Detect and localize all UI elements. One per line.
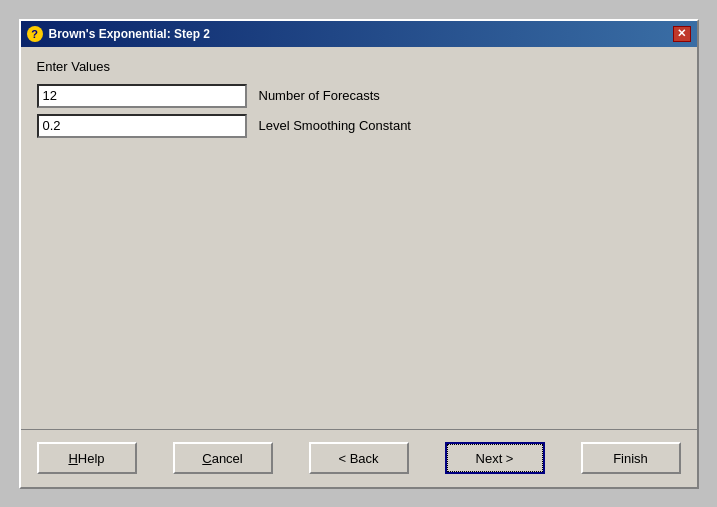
next-label: Next > xyxy=(476,451,514,466)
fields-area: Number of Forecasts Level Smoothing Cons… xyxy=(37,84,681,138)
button-bar: HHelp Cancel < Back Next > Finish xyxy=(21,429,697,487)
num-forecasts-label: Number of Forecasts xyxy=(259,88,380,103)
window-title: Brown's Exponential: Step 2 xyxy=(49,27,211,41)
level-smoothing-input[interactable] xyxy=(37,114,247,138)
window-icon: ? xyxy=(27,26,43,42)
next-button[interactable]: Next > xyxy=(445,442,545,474)
back-button[interactable]: < Back xyxy=(309,442,409,474)
finish-label: Finish xyxy=(613,451,648,466)
section-label: Enter Values xyxy=(37,59,681,74)
back-label: < Back xyxy=(338,451,378,466)
content-area: Enter Values Number of Forecasts Level S… xyxy=(21,47,697,429)
level-smoothing-label: Level Smoothing Constant xyxy=(259,118,411,133)
cancel-button[interactable]: Cancel xyxy=(173,442,273,474)
main-window: ? Brown's Exponential: Step 2 ✕ Enter Va… xyxy=(19,19,699,489)
title-bar: ? Brown's Exponential: Step 2 ✕ xyxy=(21,21,697,47)
num-forecasts-input[interactable] xyxy=(37,84,247,108)
field-row-forecasts: Number of Forecasts xyxy=(37,84,681,108)
field-row-smoothing: Level Smoothing Constant xyxy=(37,114,681,138)
help-button[interactable]: HHelp xyxy=(37,442,137,474)
finish-button[interactable]: Finish xyxy=(581,442,681,474)
close-button[interactable]: ✕ xyxy=(673,26,691,42)
